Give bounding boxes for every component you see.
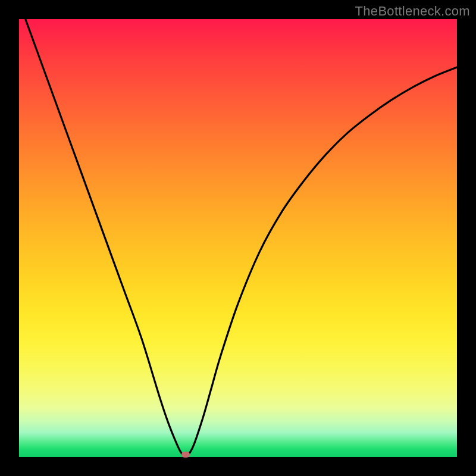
optimal-point-marker [181, 452, 190, 458]
plot-area [19, 19, 457, 457]
watermark-text: TheBottleneck.com [355, 4, 470, 19]
chart-frame: TheBottleneck.com [0, 0, 476, 476]
bottleneck-curve [19, 19, 457, 457]
